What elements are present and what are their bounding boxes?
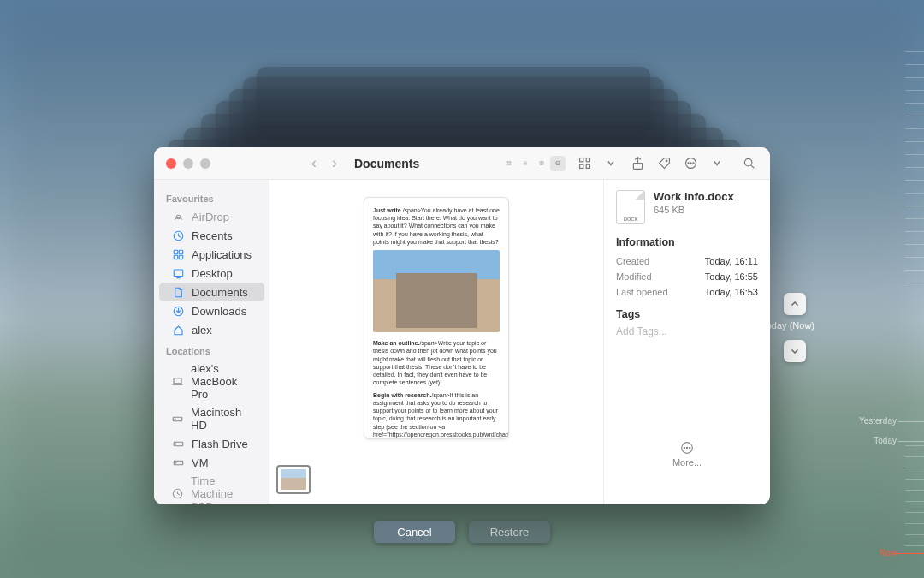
clock-icon: [171, 229, 185, 242]
sidebar-item-recents[interactable]: Recents: [159, 226, 264, 245]
timeline-tick: [898, 421, 924, 422]
sidebar-item-macbook[interactable]: alex's MacBook Pro: [159, 360, 264, 403]
sidebar-item-macintosh-hd[interactable]: Macintosh HD: [159, 403, 264, 434]
share-button[interactable]: [630, 156, 645, 171]
sidebar-item-vm[interactable]: VM: [159, 453, 264, 472]
action-dropdown-icon[interactable]: [709, 156, 725, 171]
svg-line-25: [751, 165, 754, 168]
apps-icon: [171, 247, 185, 261]
svg-rect-10: [556, 162, 560, 164]
list-view-button[interactable]: [518, 156, 533, 171]
information-header: Information: [616, 236, 758, 248]
close-button[interactable]: [166, 158, 176, 169]
sidebar-item-desktop[interactable]: Desktop: [159, 264, 264, 283]
ellipsis-icon: [616, 440, 758, 457]
file-name: Work info.docx: [654, 190, 734, 203]
laptop-icon: [171, 375, 184, 389]
svg-rect-11: [556, 164, 557, 165]
thumbnail-strip: [270, 460, 603, 498]
timeline-label-now: Now: [880, 548, 897, 557]
info-row-created: CreatedToday, 16:11: [616, 253, 758, 269]
sidebar-item-flash-drive[interactable]: Flash Drive: [159, 434, 264, 453]
file-type-icon: [616, 190, 645, 224]
svg-point-24: [744, 158, 752, 166]
action-buttons: Cancel Restore: [374, 521, 550, 543]
svg-rect-36: [174, 378, 181, 384]
info-panel: Work info.docx 645 KB Information Create…: [603, 180, 770, 504]
timeline-now-tick: [895, 553, 924, 554]
svg-point-50: [686, 447, 687, 448]
svg-point-39: [175, 419, 175, 420]
icon-view-button[interactable]: [501, 156, 517, 171]
document-preview[interactable]: Just write./span>You already have at lea…: [364, 197, 509, 439]
hdd-icon: [171, 412, 184, 426]
svg-rect-1: [510, 161, 512, 163]
sidebar-item-time-machine[interactable]: Time Machine SSD: [159, 472, 264, 504]
restore-button[interactable]: Restore: [469, 521, 550, 543]
favourites-header: Favourites: [154, 190, 270, 207]
tags-header: Tags: [616, 308, 758, 320]
file-size: 645 KB: [654, 205, 734, 215]
svg-rect-12: [558, 164, 559, 165]
sidebar: Favourites AirDrop Recents Applications …: [154, 180, 270, 504]
document-icon: [171, 285, 185, 299]
sidebar-item-documents[interactable]: Documents: [159, 283, 264, 301]
add-tags-field[interactable]: Add Tags...: [616, 325, 758, 337]
hdd-icon: [171, 456, 185, 469]
sidebar-item-home[interactable]: alex: [159, 320, 264, 339]
window-title: Documents: [354, 157, 419, 170]
svg-point-41: [175, 444, 176, 444]
sidebar-item-airdrop[interactable]: AirDrop: [159, 207, 264, 226]
download-icon: [171, 304, 185, 318]
preview-image: [373, 250, 500, 332]
timeline-tick: [898, 441, 924, 442]
svg-rect-13: [559, 164, 560, 165]
desktop-icon: [171, 266, 185, 280]
svg-rect-31: [179, 255, 183, 259]
info-row-opened: Last openedToday, 16:53: [616, 284, 758, 300]
timeline-up-button[interactable]: [784, 293, 806, 315]
svg-point-51: [690, 447, 690, 448]
svg-point-23: [692, 163, 693, 164]
svg-point-21: [687, 163, 688, 164]
timeline: Today (Now) Yesterday Today Now: [873, 0, 924, 578]
group-button[interactable]: [577, 156, 592, 171]
svg-rect-32: [174, 270, 183, 277]
cancel-button[interactable]: Cancel: [374, 521, 455, 543]
svg-rect-14: [579, 158, 583, 162]
zoom-button[interactable]: [200, 158, 210, 169]
sidebar-item-downloads[interactable]: Downloads: [159, 301, 264, 320]
svg-rect-7: [540, 162, 543, 165]
more-section[interactable]: More...: [616, 440, 758, 468]
locations-header: Locations: [154, 343, 270, 360]
svg-rect-2: [507, 164, 509, 165]
view-switcher: [501, 156, 566, 171]
minimize-button[interactable]: [183, 158, 193, 169]
tm-icon: [171, 487, 184, 501]
sidebar-item-applications[interactable]: Applications: [159, 245, 264, 264]
search-button[interactable]: [741, 156, 756, 171]
hdd-icon: [171, 437, 185, 450]
airdrop-icon: [171, 210, 185, 223]
svg-point-49: [684, 447, 684, 448]
file-thumbnail[interactable]: [276, 465, 311, 494]
svg-rect-15: [586, 158, 589, 162]
svg-rect-29: [179, 250, 183, 254]
svg-point-22: [690, 163, 690, 164]
group-dropdown-icon[interactable]: [603, 156, 619, 171]
timeline-label-yesterday: Yesterday: [859, 416, 897, 426]
svg-rect-16: [579, 164, 583, 168]
titlebar: ‹ › Documents: [154, 147, 770, 180]
tag-button[interactable]: [656, 156, 672, 171]
timeline-label-today: Today: [874, 436, 897, 445]
forward-button[interactable]: ›: [332, 154, 337, 172]
column-view-button[interactable]: [534, 156, 549, 171]
action-button[interactable]: [683, 156, 698, 171]
svg-rect-3: [510, 164, 512, 165]
back-button[interactable]: ‹: [311, 154, 317, 172]
finder-window: ‹ › Documents Favourites AirDrop Recents: [154, 147, 770, 504]
gallery-view-button[interactable]: [550, 156, 566, 171]
timeline-down-button[interactable]: [784, 340, 806, 362]
svg-rect-0: [507, 161, 509, 163]
svg-rect-30: [174, 255, 178, 259]
